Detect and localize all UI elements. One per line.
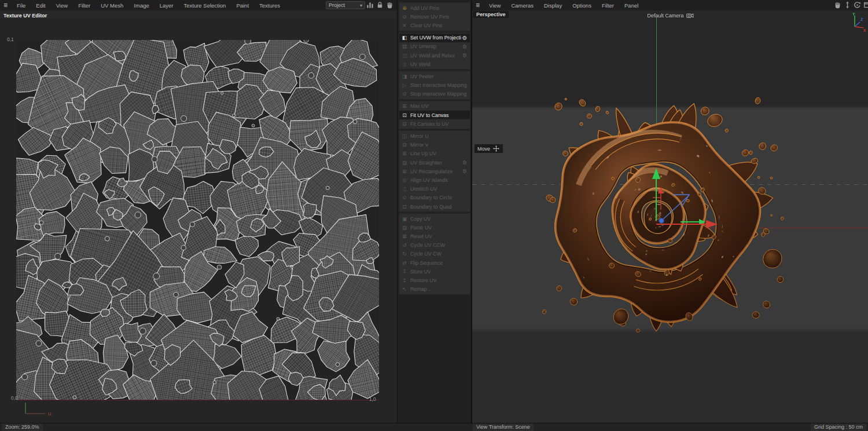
command-align-uv-islands[interactable]: ◎Align UV Islands bbox=[399, 176, 470, 184]
command-mirror-v[interactable]: ⊟Mirror V bbox=[399, 141, 470, 149]
command-copy-uv[interactable]: ▣Copy UV bbox=[399, 214, 470, 223]
menu-item[interactable]: UV Mesh bbox=[95, 2, 128, 9]
command-label: UV Weld bbox=[410, 61, 468, 67]
command-paste-uv[interactable]: ▤Paste UV bbox=[399, 223, 470, 232]
command-add-uv-pins[interactable]: ⊕Add UV Pins bbox=[399, 3, 470, 12]
menu-item[interactable]: Filter bbox=[73, 2, 95, 9]
gear-icon[interactable]: ⚙ bbox=[461, 159, 468, 166]
pin-add-icon: ⊕ bbox=[401, 5, 408, 11]
menu-item[interactable]: Image bbox=[128, 2, 154, 9]
pan-hand-icon[interactable] bbox=[386, 1, 393, 9]
histogram-icon[interactable] bbox=[366, 1, 374, 9]
uv-commands-column: ⊕Add UV Pins⊖Remove UV Pins✕Clear UV Pin… bbox=[397, 0, 472, 431]
command-set-uvw-from-projection[interactable]: ◧Set UVW from Projection⚙ bbox=[399, 34, 470, 42]
command-start-interactive-mapping[interactable]: ▷Start Interactive Mapping bbox=[399, 81, 470, 90]
command-label: Remove UV Pins bbox=[410, 14, 468, 20]
menu-item[interactable]: Panel bbox=[619, 2, 643, 9]
camera-label[interactable]: Default Camera bbox=[647, 12, 693, 19]
command-remove-uv-pins[interactable]: ⊖Remove UV Pins bbox=[399, 12, 470, 21]
menu-item[interactable]: Options bbox=[567, 2, 597, 9]
command-label: UV Unwrap bbox=[410, 43, 461, 49]
command-label: Paste UV bbox=[410, 225, 468, 231]
zoom-status: Zoom: 259.0% bbox=[2, 423, 43, 431]
gear-icon[interactable]: ⚙ bbox=[461, 43, 468, 50]
command-reset-uv[interactable]: ⊠Reset UV bbox=[399, 232, 470, 241]
mirror-u-icon: ◫ bbox=[401, 133, 408, 139]
camera-icon[interactable] bbox=[686, 12, 694, 19]
hamburger-menu-icon[interactable]: ≡ bbox=[476, 1, 480, 9]
menu-item[interactable]: Textures bbox=[254, 2, 285, 9]
menu-item[interactable]: Filter bbox=[597, 2, 619, 9]
menu-item[interactable]: File bbox=[12, 2, 31, 9]
command-label: UV Rectangularize bbox=[410, 169, 461, 174]
command-boundary-to-quad[interactable]: ⊡Boundary to Quad bbox=[399, 202, 470, 211]
menu-item[interactable]: View bbox=[484, 2, 506, 9]
command-uv-weld-and-relax[interactable]: ◫UV Weld and Relax⚙ bbox=[399, 51, 470, 60]
menu-item[interactable]: Cameras bbox=[506, 2, 539, 9]
command-group: ◨UV Peeler▷Start Interactive Mapping⊘Sto… bbox=[399, 71, 470, 100]
menu-item[interactable]: Layer bbox=[155, 2, 179, 9]
gear-icon[interactable]: ⚙ bbox=[461, 52, 468, 59]
command-clear-uv-pins[interactable]: ✕Clear UV Pins bbox=[399, 21, 470, 30]
hamburger-menu-icon[interactable]: ≡ bbox=[3, 1, 8, 9]
command-uv-rectangularize[interactable]: ⊞UV Rectangularize⚙ bbox=[399, 167, 470, 176]
command-max-uv[interactable]: ⊞Max UV bbox=[399, 102, 470, 111]
view-projection-label[interactable]: Perspective bbox=[473, 11, 509, 18]
command-restore-uv[interactable]: ↥Restore UV bbox=[399, 276, 470, 284]
menu-item[interactable]: View bbox=[51, 2, 73, 9]
command-flip-sequence[interactable]: ⇄Flip Sequence bbox=[399, 258, 470, 267]
command-stop-interactive-mapping[interactable]: ⊘Stop Interactive Mapping bbox=[399, 90, 470, 98]
command-uv-unwrap[interactable]: ▤UV Unwrap⚙ bbox=[399, 42, 470, 51]
command-label: Max UV bbox=[410, 103, 468, 109]
command-store-uv[interactable]: ↧Store UV bbox=[399, 267, 470, 276]
lock-icon[interactable] bbox=[376, 1, 384, 9]
uv-corner-label-01: 0,1 bbox=[7, 36, 14, 42]
gear-icon[interactable]: ⚙ bbox=[461, 35, 468, 41]
command-group: ◫Mirror U⊟Mirror V⊞Line Up UV▤UV Straigh… bbox=[399, 130, 470, 212]
uv-canvas-area[interactable]: 0,1 0,0 1,0 U bbox=[0, 19, 397, 423]
weld-icon: ▯ bbox=[401, 61, 408, 67]
pan-hand-icon[interactable] bbox=[834, 1, 841, 9]
menu-item[interactable]: Paint bbox=[231, 2, 254, 9]
command-uv-straighten[interactable]: ▤UV Straighten⚙ bbox=[399, 158, 470, 167]
project-selector[interactable]: Project ▾ bbox=[326, 1, 365, 9]
command-line-up-uv[interactable]: ⊞Line Up UV bbox=[399, 149, 470, 158]
command-label: Align UV Islands bbox=[410, 177, 468, 183]
chocolate-splash-object[interactable] bbox=[539, 93, 788, 336]
command-label: Restore UV bbox=[410, 277, 468, 283]
orbit-icon[interactable] bbox=[854, 1, 861, 9]
command-fit-uv-to-canvas[interactable]: ⊡Fit UV to Canvas bbox=[399, 111, 470, 119]
command-boundary-to-circle[interactable]: ⊙Boundary to Circle bbox=[399, 193, 470, 202]
menu-item[interactable]: Display bbox=[539, 2, 567, 9]
texture-uv-editor-tab[interactable]: Texture UV Editor bbox=[0, 10, 397, 19]
command-label: Cycle UV CCW bbox=[410, 242, 468, 248]
command-unstitch-uv[interactable]: ▯Unstitch UV bbox=[399, 185, 470, 193]
command-label: UV Peeler bbox=[410, 74, 468, 79]
uv-corner-label-10: 1,0 bbox=[369, 396, 376, 402]
application-window: ≡ FileEditViewFilterUV MeshImageLayerTex… bbox=[0, 0, 868, 431]
cycle-cw-icon: ↻ bbox=[401, 251, 408, 257]
remap-icon: ↖ bbox=[401, 286, 408, 292]
restore-icon: ↥ bbox=[401, 277, 408, 283]
dolly-icon[interactable] bbox=[844, 1, 851, 9]
command-fit-canvas-to-uv[interactable]: ⊟Fit Canvas to UV bbox=[399, 119, 470, 128]
command-remap[interactable]: ↖Remap... bbox=[399, 285, 470, 294]
peeler-icon: ◨ bbox=[401, 74, 408, 79]
gear-icon[interactable]: ⚙ bbox=[461, 168, 468, 174]
command-label: Add UV Pins bbox=[410, 5, 468, 11]
uv-editor-menu-list: FileEditViewFilterUV MeshImageLayerTextu… bbox=[12, 2, 285, 9]
command-cycle-uv-ccw[interactable]: ↺Cycle UV CCW bbox=[399, 241, 470, 250]
menu-item[interactable]: Texture Selection bbox=[179, 2, 231, 9]
viewport-3d[interactable]: Perspective Default Camera Move Y Z X bbox=[472, 10, 868, 423]
command-uv-peeler[interactable]: ◨UV Peeler bbox=[399, 72, 470, 81]
maximize-icon[interactable] bbox=[863, 1, 868, 9]
command-cycle-uv-cw[interactable]: ↻Cycle UV CW bbox=[399, 250, 470, 258]
command-label: Set UVW from Projection bbox=[410, 35, 461, 41]
command-mirror-u[interactable]: ◫Mirror U bbox=[399, 132, 470, 140]
store-icon: ↧ bbox=[401, 269, 408, 275]
command-uv-weld[interactable]: ▯UV Weld bbox=[399, 60, 470, 68]
menu-item[interactable]: Edit bbox=[31, 2, 50, 9]
axis-z-label: Z bbox=[860, 17, 863, 21]
command-label: Unstitch UV bbox=[410, 186, 468, 192]
uv-mesh-canvas[interactable] bbox=[16, 40, 379, 400]
